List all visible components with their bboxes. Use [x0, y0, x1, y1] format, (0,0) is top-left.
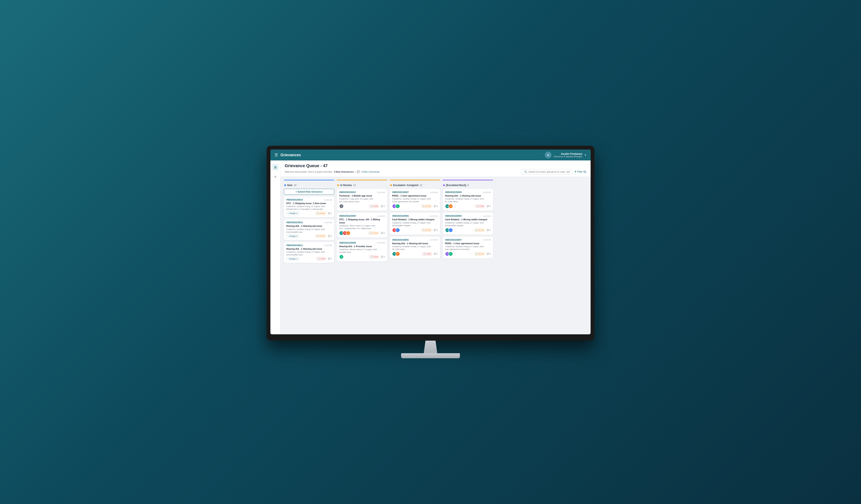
card-time: 11:30 AM: [430, 215, 438, 217]
card-meta: 🕐 24 Hrs 💬 2: [315, 212, 332, 215]
filter-icon: ⧩: [574, 170, 576, 173]
comment-count: 💬 3: [328, 235, 332, 237]
card-meta: 🕐 24 Hrs 💬 2: [474, 228, 491, 232]
card-meta: 🕐 4 Hrs 💬 2: [369, 255, 385, 258]
assign-button[interactable]: + Assign ▾: [286, 211, 299, 215]
card-id[interactable]: #NBGR20230006: [445, 215, 462, 217]
card-ir-3[interactable]: #NBGR20230008 11:30 AM Hearing Aid - 1 P…: [337, 239, 387, 262]
card-footer: + Assign ▾ 🕐 4 Hrs 💬 2: [286, 257, 332, 261]
filter-label: Filter By: [577, 170, 586, 173]
screen: ☰ Grievances A Austin Fontanez Grievance…: [270, 150, 591, 334]
card-top: #NBGR20230010 11:30 AM: [339, 191, 385, 193]
page-title: Grievance Queue - 47: [285, 163, 586, 168]
comment-count: 💬 2: [434, 229, 438, 231]
submit-grievance-button[interactable]: + Submit New Grievance: [284, 189, 334, 195]
card-id[interactable]: #NBGR20230012: [286, 221, 303, 224]
user-avatar: A: [545, 152, 551, 158]
assign-button[interactable]: + Assign ▾: [286, 257, 299, 261]
card-time: 11:30 AM: [377, 242, 385, 244]
hamburger-icon[interactable]: ☰: [275, 153, 278, 157]
new-comments-link[interactable]: 3 New Comments: [361, 170, 380, 173]
card-detail: Bar Code scanner issue: [339, 200, 385, 202]
card-id[interactable]: #NBGR20230006: [392, 215, 409, 217]
assign-button[interactable]: + Assign ▾: [286, 234, 299, 238]
card-creator: Created by: Alfonso Velmos, 27 August, 2…: [339, 249, 385, 251]
card-id[interactable]: #NBGR20230005: [445, 191, 462, 193]
card-title: Technical - 1 Mobile app issue: [339, 194, 385, 197]
card-detail: Sound quality issue: [286, 231, 332, 233]
avatar: J: [395, 228, 400, 233]
avatar: M: [448, 204, 453, 209]
card-footer: + Assign ▾ 🕐 24 Hrs 💬 2: [286, 211, 332, 215]
card-ir-2[interactable]: #NBGR20230009 11:30 AM OTC - 1 Shipping …: [337, 212, 387, 238]
card-title: OTC - 1 Shipping issue, HA - 1 Billing i…: [339, 218, 385, 224]
card-footer: K J 🕐 24 Hrs 💬 2: [445, 228, 491, 233]
sidebar-list-icon[interactable]: ≡: [272, 173, 279, 180]
stand-neck: [422, 341, 439, 353]
card-id[interactable]: #NBGR20230010: [286, 199, 303, 201]
card-detail: Wrong wallet charged: [445, 224, 491, 227]
avatar: A: [339, 254, 344, 259]
search-box[interactable]: 🔍: [522, 169, 572, 174]
escalated-dot: [390, 184, 392, 186]
avatar: M: [395, 252, 400, 256]
card-id[interactable]: #NBGR20230007: [392, 191, 409, 193]
escalated-back-dot: [443, 184, 445, 186]
top-nav: ☰ Grievances A Austin Fontanez Grievance…: [270, 150, 591, 160]
card-creator: Created by: Jonathan Huang, 27 August, 2…: [445, 222, 491, 224]
card-id[interactable]: #NBGR20230009: [339, 215, 356, 217]
card-esc-1[interactable]: #NBGR20230007 11:30 AM PERS - 1 User agr…: [390, 189, 440, 211]
card-creator: Created by: Jonathan Huang, 27 August, 2…: [392, 222, 438, 224]
card-eb-3[interactable]: #NBGR20230007 11:30 AM PERS - 1 User agr…: [443, 236, 493, 258]
hours-badge: 🕐 24 Hrs: [474, 252, 485, 255]
separator: |: [355, 170, 355, 173]
card-time: 11:30 AM: [324, 222, 332, 224]
card-top: #NBGR20230009 11:30 AM: [339, 215, 385, 217]
card-id[interactable]: #NBGR20230007: [445, 239, 462, 241]
inreview-column-header: In Review 12: [337, 184, 387, 187]
card-footer: T M 🕐 4 Hrs 💬 2: [392, 252, 438, 256]
sidebar-grid-icon[interactable]: ⊞: [272, 164, 279, 170]
card-detail: User agreement not received: [445, 248, 491, 250]
main-content: ⊞ ≡ Grievance Queue - 47 Welcome back Au…: [270, 160, 591, 334]
search-input[interactable]: [529, 170, 570, 173]
card-time: 11:30 AM: [324, 199, 332, 201]
card-meta: 🕐 24 Hrs 💬 2: [368, 232, 385, 235]
card-time: 11:30 AM: [483, 239, 491, 241]
card-esc-3[interactable]: #NBGR20230005 11:30 AM Hearing Aid - 1 H…: [390, 236, 440, 258]
card-id[interactable]: #NBGR20230008: [339, 242, 356, 244]
avatar: A: [346, 231, 351, 235]
card-new-3[interactable]: #NBGR20230011 11:30 AM Hearing Aid - 1 H…: [284, 242, 334, 263]
card-esc-2[interactable]: #NBGR20230006 11:30 AM Card Related - 1 …: [390, 212, 440, 235]
content-area: Grievance Queue - 47 Welcome back Austin…: [281, 160, 591, 334]
escalated-back-column-bar: [443, 180, 493, 180]
card-id[interactable]: #NBGR20230005: [392, 239, 409, 241]
card-meta: 🕐 24 Hrs 💬 2: [474, 252, 491, 255]
card-time: 11:30 AM: [430, 239, 438, 241]
card-id[interactable]: #NBGR20230011: [286, 244, 303, 247]
card-id[interactable]: #NBGR20230010: [339, 191, 356, 193]
comment-count: 💬 2: [487, 205, 491, 207]
card-creator: Created by: Craig Saris, 25 August, 2022: [339, 198, 385, 200]
card-title: Card Related - 1 Wrong wallet charged: [445, 218, 491, 221]
card-meta: 🕐 24 Hrs 💬 2: [421, 205, 438, 208]
card-title: OTC - 1 Shipping issue, 1 Item issue: [286, 202, 332, 205]
card-meta: 🕐 24 Hrs 💬 3: [315, 234, 332, 238]
plus-icon: +: [288, 258, 289, 260]
card-new-2[interactable]: #NBGR20230012 11:30 AM Hearing Aid - 1 H…: [284, 219, 334, 240]
chevron-down-icon[interactable]: ▼: [584, 154, 586, 156]
card-meta: 🕐 4 Hrs 💬 2: [475, 205, 491, 208]
filter-button[interactable]: ⧩ Filter By: [574, 170, 586, 173]
card-time: 11:30 AM: [483, 191, 491, 193]
new-column-header: New 10: [284, 184, 334, 187]
card-eb-1[interactable]: #NBGR20230005 11:30 AM Hearing Aid - 1 H…: [443, 189, 493, 211]
comment-count: 💬 2: [328, 212, 332, 214]
user-name: Austin Fontanez: [554, 152, 582, 155]
card-ir-1[interactable]: #NBGR20230010 11:30 AM Technical - 1 Mob…: [337, 189, 387, 211]
card-detail: OTC - Delayed Item, HA - Billing issue: [339, 227, 385, 229]
card-new-1[interactable]: #NBGR20230010 11:30 AM OTC - 1 Shipping …: [284, 196, 334, 218]
column-new: New 10 + Submit New Grievance #NBGR20230…: [284, 180, 334, 331]
card-top: #NBGR20230007 11:30 AM: [445, 239, 491, 241]
card-eb-2[interactable]: #NBGR20230006 11:30 AM Card Related - 1 …: [443, 212, 493, 235]
card-footer: + Assign ▾ 🕐 24 Hrs 💬 3: [286, 234, 332, 238]
